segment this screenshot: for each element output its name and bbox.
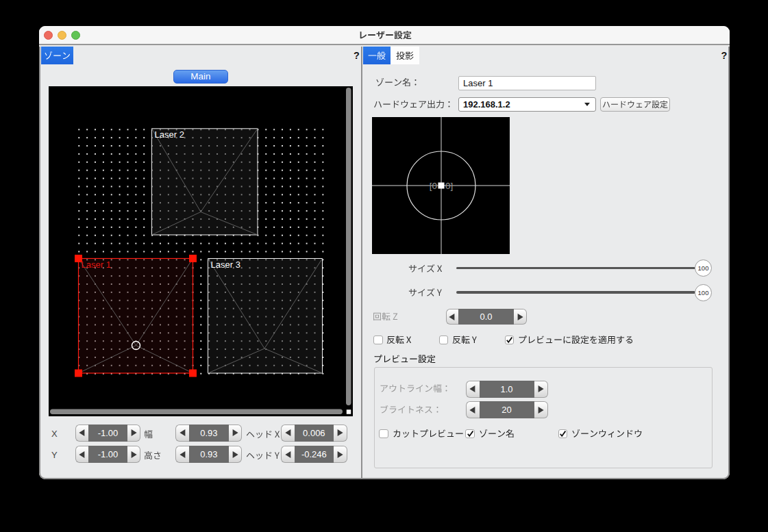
svg-text:Laser 1: Laser 1	[82, 259, 111, 270]
svg-text:0]: 0]	[445, 181, 453, 191]
svg-text:Laser 2: Laser 2	[155, 129, 184, 140]
svg-text:Laser 3: Laser 3	[211, 259, 240, 270]
svg-text:[0: [0	[430, 181, 437, 191]
